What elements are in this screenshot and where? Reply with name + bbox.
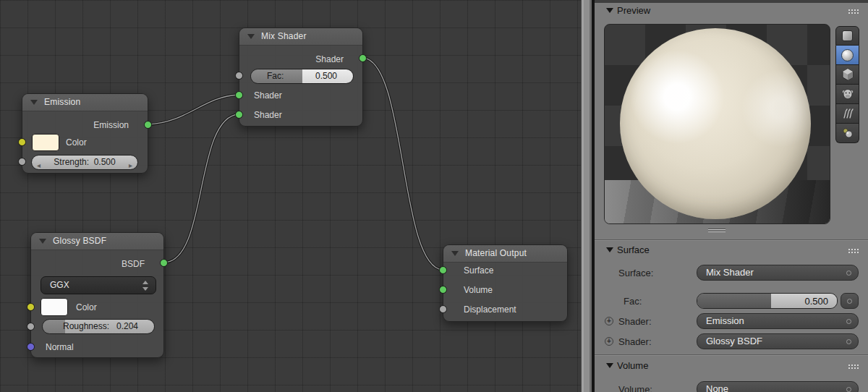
section-collapse-triangle-icon[interactable] (606, 363, 613, 368)
node-title: Material Output (465, 248, 527, 258)
node-dot-icon (847, 299, 852, 304)
glossy-roughness-socket[interactable] (27, 323, 35, 331)
mix-shader2-socket[interactable] (235, 111, 243, 119)
shader2-value-button[interactable]: Glossy BSDF (697, 333, 859, 349)
node-dot-icon (846, 387, 851, 392)
flat-plane-icon (842, 30, 853, 41)
node-material-output-header[interactable]: Material Output (443, 245, 567, 263)
emission-output-socket[interactable] (144, 121, 152, 129)
surface-value-button[interactable]: Mix Shader (697, 265, 859, 281)
emission-strength-field[interactable]: ◂ Strength: 0.500 ▸ (31, 155, 138, 170)
hair-strands-icon (841, 107, 854, 120)
properties-panel: Preview (595, 0, 868, 392)
section-collapse-triangle-icon[interactable] (606, 247, 613, 252)
node-dot-icon (846, 339, 851, 344)
shader2-value: Glossy BSDF (706, 336, 762, 346)
collapse-triangle-icon[interactable] (30, 100, 38, 105)
dropdown-arrows-icon (142, 281, 149, 291)
output-surface-label: Surface (464, 265, 493, 276)
mix-shader1-socket[interactable] (235, 91, 243, 99)
node-glossy-header[interactable]: Glossy BSDF (31, 233, 163, 250)
glossy-distribution-dropdown[interactable]: GGX (41, 276, 156, 294)
surface-value: Mix Shader (706, 267, 754, 278)
mix-fac-socket[interactable] (235, 72, 243, 80)
roughness-label: Roughness: (63, 321, 109, 331)
fac-value: 0.500 (804, 296, 828, 307)
node-glossy-bsdf[interactable]: Glossy BSDF BSDF GGX Color Roughness: 0.… (30, 232, 164, 358)
spheres-cluster-icon (841, 127, 854, 140)
expand-plus-icon[interactable]: + (605, 317, 613, 325)
shader1-value-button[interactable]: Emission (697, 313, 859, 329)
fac-slider[interactable]: 0.500 (697, 293, 838, 309)
node-material-output[interactable]: Material Output Surface Volume Displacem… (443, 244, 568, 322)
emission-color-socket[interactable] (18, 138, 26, 146)
glossy-color-swatch[interactable] (41, 298, 68, 316)
preview-section-header[interactable]: Preview (595, 3, 868, 19)
glossy-roughness-slider[interactable]: Roughness: 0.204 (42, 319, 155, 334)
section-collapse-triangle-icon[interactable] (606, 8, 613, 13)
node-mix-shader-header[interactable]: Mix Shader (239, 28, 362, 46)
section-separator (595, 239, 868, 240)
preview-mode-monkey-button[interactable] (835, 85, 859, 104)
emission-strength-socket[interactable] (18, 158, 26, 166)
node-emission[interactable]: Emission Emission Color ◂ Strength: 0.50… (22, 93, 148, 174)
mix-output-socket[interactable] (359, 54, 367, 62)
region-divider-scrollbar[interactable] (581, 0, 595, 392)
preview-mode-spheres-button[interactable] (835, 124, 859, 143)
output-surface-socket[interactable] (439, 266, 447, 274)
glossy-normal-label: Normal (46, 342, 74, 352)
expand-plus-icon[interactable]: + (605, 337, 613, 346)
preview-resize-grip[interactable] (708, 229, 726, 233)
strength-label: Strength: (54, 157, 89, 167)
node-dot-icon (846, 319, 851, 324)
fac-value: 0.500 (315, 71, 337, 81)
shader2-prop-label: Shader: (618, 336, 652, 347)
wire-emission-to-mix (148, 95, 239, 124)
collapse-triangle-icon[interactable] (39, 239, 46, 244)
node-editor-canvas[interactable]: Emission Emission Color ◂ Strength: 0.50… (0, 0, 581, 392)
glossy-normal-socket[interactable] (27, 343, 35, 351)
strength-value: 0.500 (94, 157, 116, 167)
preview-mode-cube-button[interactable] (835, 65, 859, 85)
node-title: Emission (44, 97, 80, 107)
emission-color-swatch[interactable] (32, 134, 59, 151)
section-separator (595, 354, 868, 355)
decrement-arrow-icon[interactable]: ◂ (37, 158, 41, 172)
output-volume-label: Volume (464, 285, 493, 295)
surface-section-header[interactable]: Surface (595, 242, 868, 258)
node-title: Mix Shader (261, 31, 307, 41)
glossy-color-socket[interactable] (27, 303, 35, 311)
mix-output-label: Shader (242, 54, 344, 64)
panel-drag-grip-icon[interactable] (848, 364, 859, 369)
wire-mix-to-output (363, 58, 443, 270)
roughness-value: 0.204 (116, 321, 138, 331)
panel-drag-grip-icon[interactable] (848, 248, 859, 253)
output-volume-socket[interactable] (439, 286, 447, 294)
preview-mode-flat-button[interactable] (835, 26, 859, 46)
surface-section-title: Surface (617, 244, 650, 255)
collapse-triangle-icon[interactable] (451, 251, 459, 256)
glossy-output-label: BSDF (36, 259, 145, 269)
volume-section-header[interactable]: Volume (595, 358, 868, 374)
fac-prop-label: Fac: (624, 296, 642, 307)
fac-extra-button[interactable] (841, 293, 859, 309)
node-dot-icon (846, 270, 851, 276)
volume-value-button[interactable]: None (697, 381, 859, 392)
mix-fac-slider[interactable]: Fac: 0.500 (250, 69, 354, 84)
node-mix-shader[interactable]: Mix Shader Shader Fac: 0.500 Shader Shad… (239, 27, 363, 127)
collapse-triangle-icon[interactable] (247, 34, 255, 39)
sphere-icon (841, 49, 854, 61)
output-displacement-socket[interactable] (439, 305, 447, 313)
output-displacement-label: Displacement (464, 304, 516, 315)
emission-output-label: Emission (27, 120, 129, 130)
preview-mode-sphere-button[interactable] (835, 46, 859, 65)
emission-color-label: Color (66, 137, 87, 148)
preview-mode-buttons (835, 26, 859, 143)
monkey-icon (841, 88, 854, 101)
preview-mode-hair-button[interactable] (835, 104, 859, 124)
glossy-output-socket[interactable] (160, 259, 168, 267)
increment-arrow-icon[interactable]: ▸ (129, 158, 132, 172)
node-emission-header[interactable]: Emission (22, 94, 148, 111)
distribution-value: GGX (50, 280, 69, 290)
panel-drag-grip-icon[interactable] (848, 9, 859, 14)
